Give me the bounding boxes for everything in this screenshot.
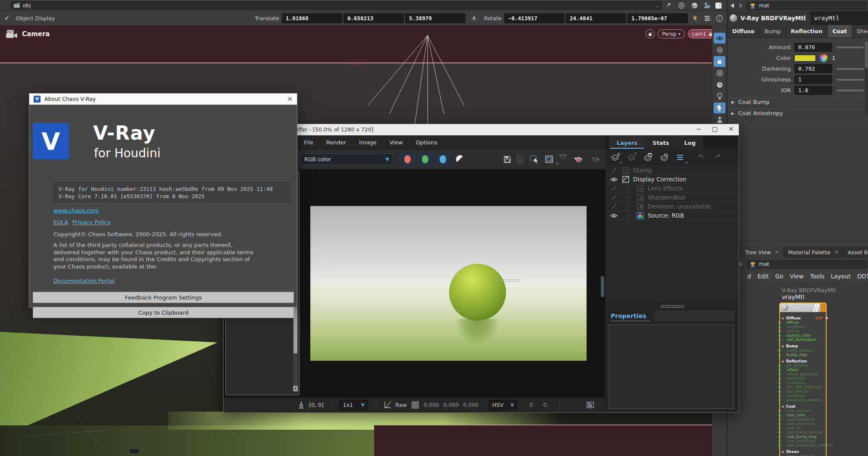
darkening-slider[interactable] bbox=[837, 68, 864, 70]
node-param-bump_map[interactable]: bump_map bbox=[780, 353, 826, 357]
ior-slider[interactable] bbox=[837, 90, 864, 91]
add-layer-button[interactable]: +▾ bbox=[610, 153, 620, 162]
node-param-anisotropy[interactable]: anisotropy bbox=[780, 394, 826, 398]
node-param-coat_anisotropy_rotation[interactable]: coat_anisotropy_rotation bbox=[780, 443, 826, 447]
node-param-opacity_color[interactable]: opacity_color bbox=[780, 333, 826, 337]
vfb-tab-log[interactable]: Log bbox=[677, 136, 703, 149]
vfb-menu-render[interactable]: Render bbox=[326, 139, 346, 146]
vfb-menu-view[interactable]: View bbox=[390, 139, 403, 146]
splitter-grip[interactable] bbox=[496, 279, 519, 282]
pointer-cursor-icon[interactable] bbox=[692, 15, 699, 22]
headlight-icon[interactable] bbox=[714, 91, 725, 102]
node-param-diffuse[interactable]: diffuse bbox=[780, 320, 826, 325]
lighting-enabled-icon[interactable] bbox=[714, 103, 725, 113]
node-param-roughness[interactable]: roughness bbox=[780, 325, 826, 329]
pane-tab-tree-view[interactable]: Tree View× bbox=[741, 247, 784, 258]
network-editor[interactable]: V-Ray BRDFVRayMtl vrayMtl ▼Diffusebrdfdi… bbox=[727, 282, 868, 456]
node-param-coat_color[interactable]: coat_color bbox=[780, 413, 826, 417]
scroll-down-arrow[interactable]: ▾ bbox=[293, 386, 298, 391]
channel-dropdown[interactable]: RGB color ▼ bbox=[300, 153, 393, 165]
visibility-toggle-denoiser-unavailable[interactable] bbox=[606, 204, 622, 209]
layer-list-options-button[interactable]: ▾ bbox=[675, 153, 686, 162]
node-param-self_illumination[interactable]: self_illumination bbox=[780, 337, 826, 342]
zoom-dropdown[interactable]: 1x1▼ bbox=[340, 400, 368, 410]
snap-spiral-icon[interactable] bbox=[714, 44, 725, 55]
save-layers-button[interactable] bbox=[643, 153, 653, 162]
translate-z-field[interactable]: 5.38979 bbox=[405, 13, 465, 23]
region-render-button[interactable] bbox=[530, 155, 539, 163]
node-param-coat_darkening[interactable]: coat_darkening bbox=[780, 417, 826, 422]
node-param-reflect_glossiness[interactable]: reflect_glossiness bbox=[780, 372, 826, 376]
close-icon[interactable]: × bbox=[834, 249, 839, 255]
darkening-field[interactable]: 0.792 bbox=[794, 64, 832, 73]
net-menu-tools[interactable]: Tools bbox=[810, 273, 824, 280]
mat-tab-coat[interactable]: Coat bbox=[828, 25, 852, 37]
node-param-coat_amount[interactable]: coat_amount bbox=[780, 409, 826, 413]
net-menu-view[interactable]: View bbox=[790, 273, 803, 280]
vraymtl-node[interactable]: ▼Diffusebrdfdiffuseroughnessopacityopaci… bbox=[779, 303, 827, 456]
delete-layer-button[interactable]: ✕ bbox=[626, 153, 637, 162]
vray-frame-buffer-window[interactable]: V-Ray Frame Buffer - [50.0% of 1280 x 72… bbox=[223, 124, 739, 413]
node-param-bump_amount[interactable]: bump_amount bbox=[780, 348, 826, 353]
view-lock-icon[interactable] bbox=[714, 56, 725, 67]
pane-tab-asset-browser[interactable]: Asset Browser× bbox=[843, 247, 868, 258]
render-last-button[interactable]: ▾ bbox=[574, 156, 585, 163]
visibility-toggle-stamp[interactable] bbox=[606, 168, 622, 173]
vfb-titlebar[interactable]: V-Ray Frame Buffer - [50.0% of 1280 x 72… bbox=[224, 124, 739, 135]
mat-tab-sheen[interactable]: Sheen bbox=[852, 25, 868, 37]
redo-button[interactable] bbox=[712, 153, 723, 162]
glossiness-slider[interactable] bbox=[837, 79, 864, 81]
node-param-anisotropy_rotation[interactable]: anisotropy_rotation bbox=[780, 398, 826, 402]
help-icon[interactable]: ? bbox=[716, 15, 723, 22]
rotate-z-field[interactable]: 1.79005e-07 bbox=[628, 13, 688, 23]
maximize-button[interactable]: □ bbox=[712, 125, 718, 132]
node-section-coat[interactable]: ▼Coat bbox=[780, 404, 826, 409]
privacy-policy-link[interactable]: Privacy Policy bbox=[72, 219, 111, 225]
view-lock-button[interactable] bbox=[646, 29, 655, 38]
layer-row-stamp[interactable]: iStamp bbox=[606, 166, 739, 175]
red-channel-button[interactable] bbox=[399, 153, 415, 166]
visibility-toggle-sharpen-blur[interactable] bbox=[606, 195, 622, 200]
node-param-coat_anisotropy[interactable]: coat_anisotropy bbox=[780, 439, 826, 443]
coat-color-swatch[interactable] bbox=[794, 55, 816, 62]
view-eye-icon[interactable] bbox=[714, 33, 725, 44]
canvas-scrollbar-thumb[interactable] bbox=[601, 276, 604, 297]
node-section-reflection[interactable]: ▼Reflection bbox=[780, 359, 826, 363]
save-image-button[interactable]: ▾ bbox=[503, 156, 510, 163]
chevron-down-icon[interactable]: ⌄ bbox=[656, 3, 659, 8]
network-path-field[interactable]: obj ⌄ bbox=[11, 1, 662, 9]
close-icon[interactable]: ✕ bbox=[287, 95, 293, 103]
material-path-field[interactable]: mat bbox=[746, 2, 866, 10]
node-param-sheen_amount[interactable]: sheen_amount bbox=[780, 454, 826, 456]
radial-menu-icon[interactable] bbox=[678, 2, 685, 9]
net-menu-d[interactable]: d bbox=[747, 273, 751, 280]
node-param-fresnel_ior[interactable]: fresnel_ior bbox=[780, 376, 826, 381]
vfb-tab-layers[interactable]: Layers bbox=[610, 136, 644, 149]
net-menu-layout[interactable]: Layout bbox=[831, 273, 851, 280]
vfb-menu-image[interactable]: Image bbox=[359, 139, 377, 146]
amount-slider[interactable] bbox=[837, 47, 864, 48]
load-image-button[interactable] bbox=[517, 156, 524, 163]
minimize-button[interactable]: − bbox=[696, 125, 701, 132]
mat-tab-diffuse[interactable]: Diffuse bbox=[727, 25, 760, 37]
coat-bump-section[interactable]: ▶Coat Bump bbox=[727, 97, 868, 107]
eula-link[interactable]: EULA bbox=[53, 219, 68, 225]
color-wheel-icon[interactable] bbox=[819, 54, 827, 62]
about-chaos-vray-dialog[interactable]: V About Chaos V-Ray ✕ V V-Ray for Houdin… bbox=[29, 93, 297, 307]
node-param-coat_bump_amount[interactable]: coat_bump_amount bbox=[780, 430, 826, 434]
translate-x-field[interactable]: 1.91868 bbox=[282, 13, 342, 23]
node-section-sheen[interactable]: ▼Sheen bbox=[780, 450, 826, 454]
layer-row-display-correction[interactable]: Display Correction bbox=[606, 175, 739, 184]
mat-tab-bump[interactable]: Bump bbox=[760, 25, 786, 37]
node-section-diffuse[interactable]: ▼Diffusebrdf bbox=[780, 316, 826, 320]
node-param-opacity[interactable]: opacity bbox=[780, 329, 826, 333]
coat-anisotropy-section[interactable]: ▶Coat Anisotropy bbox=[727, 108, 868, 118]
undo-button[interactable] bbox=[696, 153, 706, 162]
layer-row-sharpen-blur[interactable]: Sharpen/Blur bbox=[606, 193, 739, 202]
vfb-menu-options[interactable]: Options bbox=[416, 139, 437, 146]
no-select-icon[interactable] bbox=[714, 68, 725, 78]
properties-tab[interactable]: Properties bbox=[611, 312, 650, 321]
visibility-toggle-display-correction[interactable] bbox=[606, 177, 622, 182]
layer-row-lens-effects[interactable]: Lens Effects bbox=[606, 184, 739, 193]
node-param-reflect[interactable]: reflect bbox=[780, 368, 826, 372]
